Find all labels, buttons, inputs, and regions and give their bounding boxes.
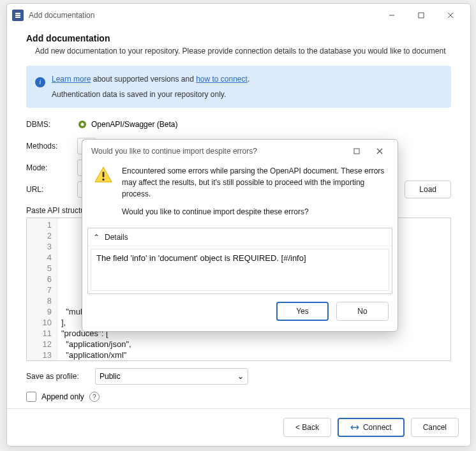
wizard-footer: < Back Connect Cancel <box>7 408 470 446</box>
no-button[interactable]: No <box>336 302 389 321</box>
chevron-down-icon: ⌄ <box>237 372 244 381</box>
info-banner: i Learn more about supported versions an… <box>26 66 451 108</box>
warning-icon <box>94 165 113 184</box>
openapi-icon <box>77 119 87 129</box>
line-gutter: 12345678910111213 <box>27 218 57 360</box>
connect-icon <box>350 424 359 431</box>
svg-point-8 <box>81 122 84 126</box>
window-title: Add documentation <box>29 11 377 20</box>
error-dialog: Would you like to continue import despit… <box>82 139 398 332</box>
details-toggle[interactable]: ⌃ Details <box>88 228 392 246</box>
app-icon <box>12 10 24 21</box>
url-label: URL: <box>26 185 77 194</box>
methods-label: Methods: <box>26 142 77 151</box>
save-profile-dropdown[interactable]: Public ⌄ <box>95 368 248 385</box>
dbms-label: DBMS: <box>26 120 77 129</box>
help-icon[interactable]: ? <box>89 392 100 402</box>
dbms-value: OpenAPI/Swagger (Beta) <box>91 120 177 129</box>
svg-rect-4 <box>419 13 424 18</box>
append-only-label: Append only <box>41 392 84 401</box>
svg-rect-1 <box>15 15 20 16</box>
details-section: ⌃ Details The field 'info' in 'document'… <box>87 228 392 294</box>
how-to-connect-link[interactable]: how to connect <box>196 75 248 84</box>
dialog-title-text: Would you like to continue import despit… <box>91 147 257 156</box>
svg-rect-0 <box>15 13 20 14</box>
yes-button[interactable]: Yes <box>276 302 329 321</box>
dialog-titlebar: Would you like to continue import despit… <box>82 140 398 163</box>
svg-point-13 <box>102 179 104 181</box>
cancel-button[interactable]: Cancel <box>411 418 459 437</box>
dialog-message: Encountered some errors while parsing th… <box>122 165 386 218</box>
svg-rect-9 <box>354 149 359 154</box>
back-button[interactable]: < Back <box>283 418 331 437</box>
dialog-maximize-button[interactable] <box>345 142 368 160</box>
page-subheading: Add new documentation to your repository… <box>26 46 451 57</box>
svg-rect-2 <box>15 17 20 18</box>
auth-note: Authentication data is saved in your rep… <box>52 90 442 99</box>
connect-button[interactable]: Connect <box>338 418 405 437</box>
dialog-close-button[interactable] <box>368 142 391 160</box>
chevron-up-icon: ⌃ <box>93 233 100 242</box>
mode-label: Mode: <box>26 163 77 172</box>
maximize-button[interactable] <box>406 5 436 26</box>
load-button[interactable]: Load <box>405 181 451 198</box>
append-only-checkbox[interactable] <box>26 392 36 402</box>
svg-rect-12 <box>103 172 105 177</box>
close-button[interactable] <box>436 5 465 26</box>
save-profile-label: Save as profile: <box>26 372 95 381</box>
page-heading: Add documentation <box>26 33 451 43</box>
titlebar: Add documentation <box>7 4 470 27</box>
minimize-button[interactable] <box>377 5 406 26</box>
info-icon: i <box>35 77 45 87</box>
details-text: The field 'info' in 'document' object is… <box>91 249 389 291</box>
learn-more-link[interactable]: Learn more <box>52 75 91 84</box>
